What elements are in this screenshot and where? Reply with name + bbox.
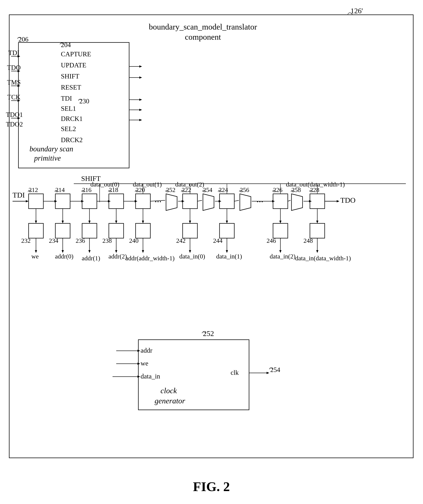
cell-246: 246	[267, 237, 276, 244]
clk-we: we	[141, 360, 148, 367]
cell-218: 218	[109, 186, 118, 193]
svg-marker-18	[139, 99, 142, 101]
bsp-reset: RESET	[61, 84, 81, 91]
bsp-shift: SHIFT	[61, 72, 79, 80]
shift-label: SHIFT	[81, 175, 101, 182]
cell-242: 242	[176, 237, 186, 244]
mux-256: 256	[240, 186, 249, 193]
svg-marker-74	[226, 221, 228, 223]
cell-228: 228	[310, 186, 319, 193]
svg-marker-62	[35, 221, 37, 223]
svg-rect-26	[29, 194, 43, 209]
svg-rect-82	[109, 223, 123, 238]
svg-rect-80	[55, 223, 70, 238]
svg-marker-44	[81, 200, 84, 202]
svg-marker-37	[291, 194, 303, 210]
svg-marker-10	[18, 100, 20, 102]
clk-box-num: 252	[203, 329, 214, 338]
clk-out-num: 254	[270, 366, 280, 373]
svg-marker-60	[309, 200, 312, 202]
cell-240: 240	[129, 237, 139, 244]
svg-marker-42	[54, 200, 57, 202]
svg-marker-93	[88, 250, 91, 253]
svg-rect-83	[135, 223, 150, 238]
svg-marker-116	[137, 363, 140, 365]
clk-italic-1: clock	[160, 386, 177, 395]
bsp-sel2: SEL2	[61, 125, 76, 132]
clk-addr: addr	[141, 347, 152, 354]
svg-rect-112	[138, 340, 249, 410]
svg-rect-27	[55, 194, 70, 209]
mux-258: 258	[291, 186, 301, 193]
clk-data-in: data_in	[141, 372, 160, 380]
bsp-tdi-label: TDI	[8, 49, 19, 56]
svg-marker-68	[115, 221, 117, 223]
svg-marker-76	[279, 221, 282, 223]
bsp-tdo1-label: TDO1	[6, 111, 23, 118]
bsp-tdo-label: TDO	[7, 64, 21, 71]
cell-222: 222	[182, 186, 191, 193]
svg-line-49	[150, 200, 165, 201]
svg-rect-85	[219, 223, 234, 238]
svg-rect-36	[273, 194, 288, 209]
label-230: 230	[79, 97, 89, 105]
shift-tdo: TDO	[340, 196, 355, 204]
svg-text:126': 126'	[351, 7, 363, 15]
bsp-sel1: SEL1	[61, 105, 76, 112]
svg-marker-101	[226, 250, 228, 253]
svg-marker-95	[115, 250, 117, 253]
svg-marker-4	[18, 55, 20, 57]
cell-244: 244	[213, 237, 223, 244]
we-label: we	[31, 253, 39, 260]
cell-220: 220	[135, 186, 145, 193]
bsp-tdo2-label: TDO2	[6, 120, 23, 128]
addr2-label: addr(2)	[108, 253, 127, 260]
svg-marker-6	[18, 70, 20, 72]
svg-rect-81	[82, 223, 97, 238]
bsp-drck1: DRCK1	[61, 115, 83, 122]
addr1-label: addr(1)	[82, 255, 100, 262]
mux-252: 252	[166, 186, 176, 193]
cell-236: 236	[76, 237, 85, 244]
addr0-label: addr(0)	[55, 253, 73, 260]
svg-marker-120	[267, 372, 269, 374]
svg-marker-33	[203, 194, 214, 210]
svg-marker-99	[189, 250, 191, 253]
svg-marker-31	[166, 194, 177, 210]
data-out-2: data_out(2)	[175, 181, 204, 188]
svg-rect-86	[273, 223, 288, 238]
svg-marker-51	[182, 200, 184, 202]
data-in-2: data_in(2)	[270, 253, 295, 260]
cell-216: 216	[82, 186, 92, 193]
svg-marker-46	[108, 200, 111, 202]
addr-width-label: addr(addr_width-1)	[125, 255, 175, 262]
data-in-1: data_in(1)	[216, 253, 242, 260]
svg-marker-89	[35, 250, 37, 253]
bsp-tck-label: TCK	[7, 93, 20, 101]
svg-rect-32	[183, 194, 197, 209]
cell-224: 224	[219, 186, 228, 193]
svg-rect-2	[18, 42, 129, 168]
cell-248: 248	[303, 237, 313, 244]
svg-marker-35	[240, 194, 251, 210]
clk-out-label: clk	[231, 369, 239, 376]
bsp-update: UPDATE	[61, 61, 86, 69]
svg-marker-64	[62, 221, 64, 223]
fig-label: FIG. 2	[193, 479, 230, 494]
svg-rect-29	[109, 194, 123, 209]
cell-212: 212	[29, 186, 38, 193]
svg-rect-87	[310, 223, 325, 238]
svg-marker-91	[62, 250, 64, 253]
bsp-italic-1: boundary scan	[29, 145, 73, 153]
svg-marker-8	[18, 85, 20, 87]
shift-tdi: TDI	[12, 191, 25, 199]
svg-marker-66	[88, 221, 91, 223]
bsp-capture: CAPTURE	[61, 50, 91, 58]
bsp-tdi-out: TDI	[61, 95, 72, 102]
svg-marker-22	[139, 119, 142, 121]
svg-marker-12	[18, 117, 20, 119]
label-204: 204	[61, 41, 71, 48]
svg-rect-28	[82, 194, 97, 209]
bsp-tms-label: TMS	[7, 79, 21, 86]
svg-marker-20	[139, 109, 142, 111]
